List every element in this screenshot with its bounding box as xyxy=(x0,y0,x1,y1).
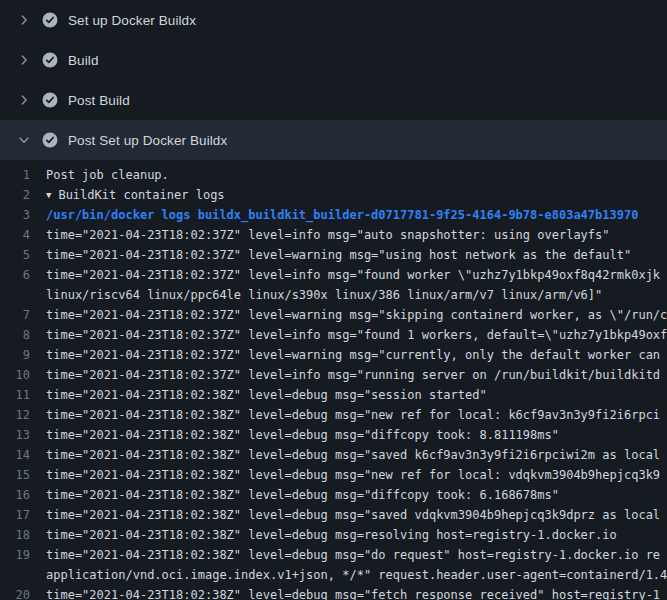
log-line: 19 ▼ time="2021-04-23T18:02:38Z" level=d… xyxy=(0,545,667,565)
line-number[interactable]: 12 xyxy=(0,405,46,425)
log-line: 10 ▼ time="2021-04-23T18:02:37Z" level=i… xyxy=(0,365,667,385)
line-number[interactable]: 4 xyxy=(0,225,46,245)
log-line: 15 ▼ time="2021-04-23T18:02:38Z" level=d… xyxy=(0,465,667,485)
log-line-text: linux/riscv64 linux/ppc64le linux/s390x … xyxy=(46,285,667,305)
log-line: 12 ▼ time="2021-04-23T18:02:38Z" level=d… xyxy=(0,405,667,425)
chevron-icon xyxy=(16,92,32,108)
step-header-set-up-docker-buildx[interactable]: Set up Docker Buildx xyxy=(0,0,667,40)
log-line-text: time="2021-04-23T18:02:38Z" level=debug … xyxy=(46,485,667,505)
log-line: 14 ▼ time="2021-04-23T18:02:38Z" level=d… xyxy=(0,445,667,465)
log-line-text: Post job cleanup. xyxy=(46,165,667,185)
log-line: 18 ▼ time="2021-04-23T18:02:38Z" level=d… xyxy=(0,525,667,545)
line-number[interactable]: 2 xyxy=(0,185,46,205)
line-number[interactable]: 9 xyxy=(0,345,46,365)
log-line-text: time="2021-04-23T18:02:38Z" level=debug … xyxy=(46,585,667,600)
check-circle-icon xyxy=(42,52,58,68)
line-number[interactable]: 16 xyxy=(0,485,46,505)
line-number[interactable]: 14 xyxy=(0,445,46,465)
line-number[interactable]: 11 xyxy=(0,385,46,405)
chevron-icon xyxy=(16,132,32,148)
line-number[interactable]: 13 xyxy=(0,425,46,445)
log-line: ▼ application/vnd.oci.image.index.v1+jso… xyxy=(0,565,667,585)
log-line: 4 ▼ time="2021-04-23T18:02:37Z" level=in… xyxy=(0,225,667,245)
line-number[interactable] xyxy=(0,565,46,585)
log-line: 6 ▼ time="2021-04-23T18:02:37Z" level=in… xyxy=(0,265,667,285)
steps-list: Set up Docker Buildx Build Post Build Po… xyxy=(0,0,667,160)
line-number[interactable]: 1 xyxy=(0,165,46,185)
line-number[interactable]: 10 xyxy=(0,365,46,385)
log-line-text: time="2021-04-23T18:02:38Z" level=debug … xyxy=(46,425,667,445)
chevron-icon xyxy=(16,12,32,28)
log-line-text: time="2021-04-23T18:02:38Z" level=debug … xyxy=(46,505,667,525)
log-line: 13 ▼ time="2021-04-23T18:02:38Z" level=d… xyxy=(0,425,667,445)
log-line-text: time="2021-04-23T18:02:37Z" level=info m… xyxy=(46,265,667,285)
line-number[interactable]: 20 xyxy=(0,585,46,600)
line-number[interactable]: 18 xyxy=(0,525,46,545)
check-circle-icon xyxy=(42,92,58,108)
line-number[interactable]: 19 xyxy=(0,545,46,565)
log-lines: 1 ▼ Post job cleanup. 2 ▼ BuildKit conta… xyxy=(0,160,667,600)
line-number[interactable]: 17 xyxy=(0,505,46,525)
log-line: 20 ▼ time="2021-04-23T18:02:38Z" level=d… xyxy=(0,585,667,600)
log-line-text: time="2021-04-23T18:02:38Z" level=debug … xyxy=(46,385,667,405)
log-line-text: time="2021-04-23T18:02:37Z" level=warnin… xyxy=(46,345,667,365)
log-line: 11 ▼ time="2021-04-23T18:02:38Z" level=d… xyxy=(0,385,667,405)
step-header-post-set-up-docker-buildx[interactable]: Post Set up Docker Buildx xyxy=(0,120,667,160)
step-label: Post Build xyxy=(68,93,130,108)
step-label: Set up Docker Buildx xyxy=(68,13,196,28)
line-number[interactable]: 6 xyxy=(0,265,46,285)
log-line-text: time="2021-04-23T18:02:37Z" level=info m… xyxy=(46,325,667,345)
log-line: 7 ▼ time="2021-04-23T18:02:37Z" level=wa… xyxy=(0,305,667,325)
line-number[interactable]: 8 xyxy=(0,325,46,345)
log-line-text[interactable]: BuildKit container logs xyxy=(58,185,667,205)
log-line-text: time="2021-04-23T18:02:37Z" level=warnin… xyxy=(46,305,667,325)
line-number[interactable]: 7 xyxy=(0,305,46,325)
check-circle-icon xyxy=(42,132,58,148)
log-line-text: time="2021-04-23T18:02:37Z" level=info m… xyxy=(46,365,667,385)
log-line: 17 ▼ time="2021-04-23T18:02:38Z" level=d… xyxy=(0,505,667,525)
log-line-text: time="2021-04-23T18:02:37Z" level=warnin… xyxy=(46,245,667,265)
log-line: 8 ▼ time="2021-04-23T18:02:37Z" level=in… xyxy=(0,325,667,345)
actions-log-viewer: Set up Docker Buildx Build Post Build Po… xyxy=(0,0,667,600)
log-line: ▼ linux/riscv64 linux/ppc64le linux/s390… xyxy=(0,285,667,305)
log-line-text: /usr/bin/docker logs buildx_buildkit_bui… xyxy=(46,205,667,225)
chevron-icon xyxy=(16,52,32,68)
line-number[interactable] xyxy=(0,285,46,305)
step-header-post-build[interactable]: Post Build xyxy=(0,80,667,120)
check-circle-icon xyxy=(42,12,58,28)
log-line-text: application/vnd.oci.image.index.v1+json,… xyxy=(46,565,667,585)
line-number[interactable]: 3 xyxy=(0,205,46,225)
log-line-text: time="2021-04-23T18:02:38Z" level=debug … xyxy=(46,405,667,425)
log-line-text: time="2021-04-23T18:02:38Z" level=debug … xyxy=(46,465,667,485)
step-label: Post Set up Docker Buildx xyxy=(68,133,227,148)
log-line: 1 ▼ Post job cleanup. xyxy=(0,165,667,185)
step-label: Build xyxy=(68,53,99,68)
log-line-text: time="2021-04-23T18:02:37Z" level=info m… xyxy=(46,225,667,245)
log-line-text: time="2021-04-23T18:02:38Z" level=debug … xyxy=(46,525,667,545)
log-line: 16 ▼ time="2021-04-23T18:02:38Z" level=d… xyxy=(0,485,667,505)
line-number[interactable]: 15 xyxy=(0,465,46,485)
log-line-text: time="2021-04-23T18:02:38Z" level=debug … xyxy=(46,445,667,465)
group-expand-icon: ▼ xyxy=(46,185,51,205)
line-number[interactable]: 5 xyxy=(0,245,46,265)
log-line: 2 ▼ BuildKit container logs xyxy=(0,185,667,205)
log-line-text: time="2021-04-23T18:02:38Z" level=debug … xyxy=(46,545,667,565)
log-line: 5 ▼ time="2021-04-23T18:02:37Z" level=wa… xyxy=(0,245,667,265)
step-header-build[interactable]: Build xyxy=(0,40,667,80)
log-line: 9 ▼ time="2021-04-23T18:02:37Z" level=wa… xyxy=(0,345,667,365)
log-line: 3 ▼ /usr/bin/docker logs buildx_buildkit… xyxy=(0,205,667,225)
